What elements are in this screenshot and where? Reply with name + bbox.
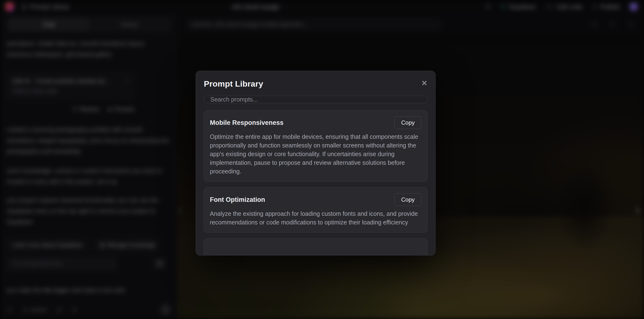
search-input[interactable] (204, 96, 428, 103)
prompt-description: Optimize the entire app for mobile devic… (210, 132, 422, 176)
prompt-card: Mobile Responsiveness Copy Optimize the … (204, 110, 428, 182)
close-icon[interactable]: ✕ (422, 80, 428, 87)
prompt-card: Font Optimization Copy Analyze the exist… (204, 188, 428, 233)
prompt-title: Font Optimization (210, 196, 265, 204)
modal-title: Prompt Library (204, 79, 263, 88)
copy-button[interactable]: Copy (394, 116, 422, 129)
prompt-library-modal: Prompt Library ✕ Mobile Responsiveness C… (196, 71, 436, 256)
prompt-title: Mobile Responsiveness (210, 119, 284, 126)
prompt-list: Mobile Responsiveness Copy Optimize the … (204, 110, 428, 256)
prompt-description: Analyze the existing approach for loadin… (210, 209, 422, 226)
prompt-card-partial (204, 238, 428, 256)
copy-button[interactable]: Copy (394, 194, 422, 206)
